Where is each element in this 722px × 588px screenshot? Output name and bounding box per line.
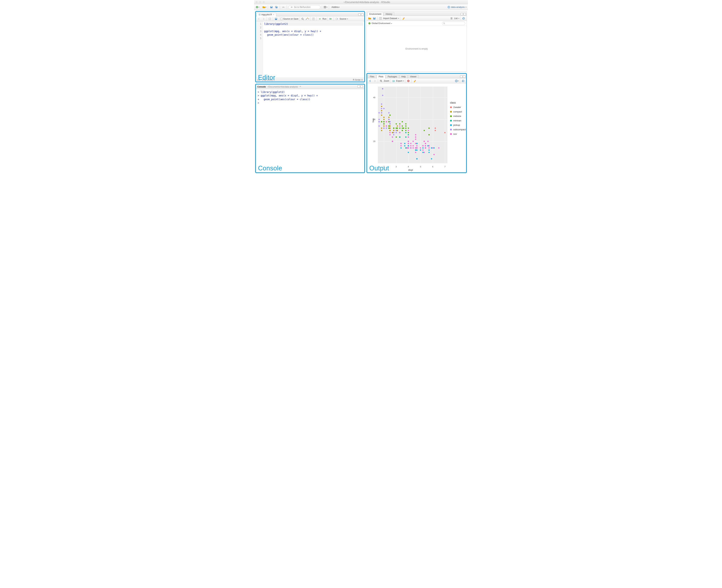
run-label[interactable]: Run xyxy=(323,18,326,20)
clear-all-plots-icon[interactable] xyxy=(413,79,416,83)
console-output[interactable]: > library(ggplot2) > ggplot(mpg, aes(x =… xyxy=(256,89,364,172)
svg-rect-9 xyxy=(324,6,325,7)
tab-environment[interactable]: Environment xyxy=(367,12,383,16)
data-point xyxy=(403,128,404,129)
wand-icon[interactable]: ▾ xyxy=(305,17,309,21)
import-dataset-label[interactable]: Import Dataset xyxy=(383,17,397,20)
maximize-env-icon[interactable] xyxy=(463,13,466,15)
data-point xyxy=(431,158,432,160)
addins-menu[interactable]: Addins ▾ xyxy=(330,6,341,8)
save-workspace-icon[interactable] xyxy=(372,16,376,20)
editor-file-tab[interactable]: R mpg-plot.R × xyxy=(256,13,276,16)
tab-help[interactable]: Help xyxy=(399,75,408,79)
export-icon[interactable] xyxy=(392,79,395,83)
load-workspace-icon[interactable] xyxy=(368,16,372,20)
plot-area xyxy=(378,87,447,163)
clear-workspace-icon[interactable] xyxy=(401,16,405,20)
print-icon[interactable] xyxy=(282,5,285,9)
save-all-icon[interactable] xyxy=(274,5,279,9)
project-menu[interactable]: R data-analysis ▾ xyxy=(447,6,467,8)
run-button[interactable] xyxy=(318,17,322,21)
data-point xyxy=(416,147,417,149)
data-point xyxy=(429,134,430,135)
rstudio-window: ~/Documents/r4ds/data-analysis - RStudio… xyxy=(254,0,468,174)
view-mode-label[interactable]: List xyxy=(454,17,457,20)
data-point xyxy=(408,136,409,138)
main-toolbar: ▾ ▾ Go to file/function ▾ Addins ▾ R dat… xyxy=(254,4,468,10)
refresh-env-icon[interactable] xyxy=(462,16,466,20)
maximize-pane-icon[interactable] xyxy=(361,14,364,16)
tab-packages[interactable]: Packages xyxy=(386,75,399,79)
close-window-icon[interactable] xyxy=(255,1,258,3)
console-clear-icon[interactable] xyxy=(299,85,302,88)
rerun-icon[interactable] xyxy=(329,17,333,21)
import-dataset-icon[interactable] xyxy=(378,16,383,20)
env-tabs: Environment History xyxy=(367,11,467,16)
compile-report-icon[interactable] xyxy=(311,17,315,21)
data-point xyxy=(408,152,409,153)
source-on-save-checkbox[interactable] xyxy=(280,18,283,20)
maximize-plots-icon[interactable] xyxy=(463,76,466,78)
code-content[interactable]: library(ggplot2) ggplot(mpg, aes(x = dis… xyxy=(263,21,364,78)
legend-title: class xyxy=(450,101,466,104)
data-point xyxy=(408,141,409,142)
data-point xyxy=(378,119,379,120)
minimize-env-icon[interactable] xyxy=(460,13,463,15)
data-point xyxy=(401,121,403,122)
publish-plot-icon[interactable]: ▾ xyxy=(455,79,459,83)
zoom-icon[interactable] xyxy=(379,79,383,83)
data-point xyxy=(408,128,409,129)
env-search-input[interactable] xyxy=(442,22,465,25)
legend-label: midsize xyxy=(453,115,461,118)
source-button[interactable] xyxy=(335,17,339,21)
show-in-new-window-icon[interactable] xyxy=(268,17,272,21)
data-point xyxy=(395,132,397,133)
refresh-plot-icon[interactable] xyxy=(461,79,465,83)
tab-files[interactable]: Files xyxy=(368,75,376,79)
data-point xyxy=(408,143,409,144)
code-editor[interactable]: 12345 library(ggplot2) ggplot(mpg, aes(x… xyxy=(256,21,364,78)
data-point xyxy=(413,145,414,146)
data-point xyxy=(405,125,407,127)
data-point xyxy=(386,128,387,129)
data-point xyxy=(415,139,416,140)
zoom-window-icon[interactable] xyxy=(263,1,265,3)
find-icon[interactable] xyxy=(301,17,305,21)
next-plot-icon[interactable] xyxy=(373,79,377,83)
maximize-console-icon[interactable] xyxy=(360,85,363,87)
prev-plot-icon[interactable] xyxy=(368,79,372,83)
legend-label: compact xyxy=(453,110,462,113)
file-type-selector[interactable]: R Script ⇕ xyxy=(353,79,363,81)
workspace-panes-icon[interactable]: ▾ xyxy=(324,5,327,9)
y-tick: 30 xyxy=(373,118,375,121)
minimize-window-icon[interactable] xyxy=(259,1,261,3)
zoom-label[interactable]: Zoom xyxy=(384,80,389,82)
data-point xyxy=(397,125,398,127)
open-file-icon[interactable]: ▾ xyxy=(263,5,266,9)
close-tab-icon[interactable]: × xyxy=(273,13,274,16)
globe-icon xyxy=(368,22,371,25)
save-file-icon[interactable] xyxy=(274,17,278,21)
back-icon[interactable] xyxy=(257,17,261,21)
svg-rect-11 xyxy=(324,7,325,8)
tab-plots[interactable]: Plots xyxy=(377,75,385,79)
minimize-plots-icon[interactable] xyxy=(460,76,462,78)
svg-rect-25 xyxy=(374,18,375,18)
new-file-icon[interactable]: ▾ xyxy=(255,5,260,9)
source-on-save-label: Source on Save xyxy=(283,18,298,20)
tab-history[interactable]: History xyxy=(384,12,394,16)
data-point xyxy=(384,119,385,120)
minimize-console-icon[interactable] xyxy=(357,85,360,87)
goto-file-input[interactable]: Go to file/function xyxy=(288,5,321,9)
minimize-pane-icon[interactable] xyxy=(358,14,361,16)
save-icon[interactable] xyxy=(269,5,273,9)
data-point xyxy=(389,121,391,122)
remove-plot-icon[interactable] xyxy=(406,79,410,83)
forward-icon[interactable] xyxy=(262,17,266,21)
data-point xyxy=(410,147,411,149)
source-label[interactable]: Source xyxy=(339,18,346,20)
tab-viewer[interactable]: Viewer xyxy=(408,75,418,79)
scope-selector[interactable]: Global Environment ▾ xyxy=(372,22,392,25)
export-label[interactable]: Export xyxy=(396,80,403,82)
view-list-icon[interactable] xyxy=(450,16,453,20)
